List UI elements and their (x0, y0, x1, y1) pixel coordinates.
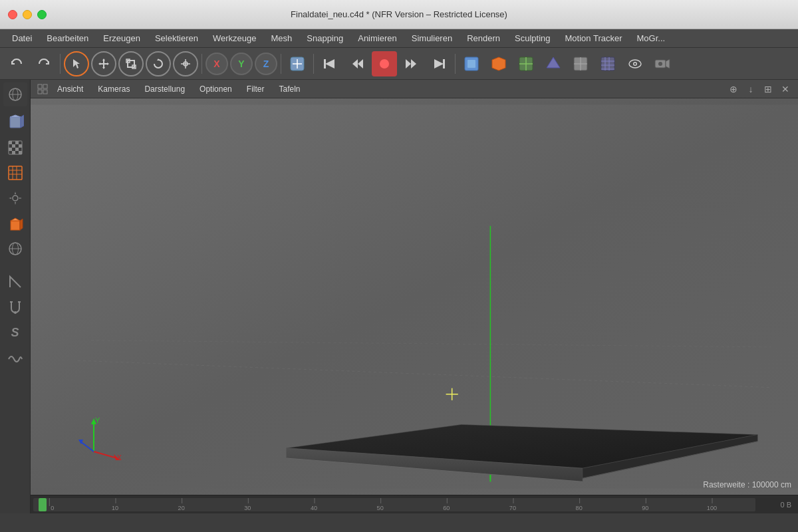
menu-sculpting[interactable]: Sculpting (508, 31, 557, 45)
svg-marker-3 (102, 67, 105, 69)
svg-rect-59 (12, 151, 15, 154)
vp-menu-kameras[interactable]: Kameras (91, 83, 136, 95)
grid-overlay-button[interactable] (595, 51, 620, 76)
undo-button[interactable] (4, 51, 29, 76)
snap-button[interactable] (513, 51, 539, 76)
svg-marker-4 (98, 63, 100, 65)
menu-motion-tracker[interactable]: Motion Tracker (559, 31, 629, 45)
play-back-button[interactable] (317, 51, 342, 76)
svg-point-75 (14, 311, 17, 314)
svg-marker-21 (411, 59, 416, 68)
svg-rect-6 (128, 61, 134, 67)
eye-button[interactable] (622, 51, 648, 76)
svg-point-45 (658, 62, 662, 66)
svg-text:X: X (117, 454, 122, 462)
vp-menu-darstellung[interactable]: Darstellung (138, 83, 192, 95)
svg-text:60: 60 (443, 505, 450, 511)
mode-indicator (3, 82, 27, 106)
sidebar-checker-button[interactable] (3, 136, 27, 160)
camera-button[interactable] (650, 51, 675, 76)
material-button[interactable] (568, 51, 593, 76)
vp-menu-ansicht[interactable]: Ansicht (51, 83, 90, 95)
svg-rect-56 (19, 144, 22, 148)
record-button[interactable] (372, 51, 397, 76)
sidebar-object-button[interactable] (3, 110, 27, 134)
move-tool-button[interactable] (91, 51, 116, 76)
play-forward-button[interactable] (426, 51, 452, 76)
svg-rect-77 (43, 84, 47, 88)
select-tool-button[interactable] (64, 51, 89, 76)
axis-y-button[interactable]: Y (230, 53, 253, 75)
timeline-frame-count: 0 B (755, 501, 795, 509)
menu-mogr[interactable]: MoGr... (630, 31, 672, 45)
svg-text:70: 70 (509, 505, 516, 511)
menu-erzeugen[interactable]: Erzeugen (96, 31, 147, 45)
sidebar-magnet-button[interactable] (3, 295, 27, 319)
menu-snapping[interactable]: Snapping (300, 31, 350, 45)
svg-rect-78 (38, 90, 42, 94)
viewport-layout-icon[interactable]: ⊞ (761, 82, 775, 96)
viewport-close-icon[interactable]: ✕ (778, 82, 793, 96)
polygon-button[interactable] (541, 51, 566, 76)
svg-rect-53 (9, 141, 12, 144)
sidebar-s-button[interactable]: S (3, 321, 27, 344)
svg-text:20: 20 (178, 505, 185, 511)
viewport-move-icon[interactable]: ⊕ (726, 82, 741, 96)
sidebar-sphere-button[interactable] (3, 237, 27, 261)
svg-line-97 (94, 452, 117, 458)
vp-menu-tafeln[interactable]: Tafeln (272, 83, 307, 95)
menu-werkzeuge[interactable]: Werkzeuge (206, 31, 263, 45)
vp-menu-filter[interactable]: Filter (240, 83, 271, 95)
fullscreen-button[interactable] (37, 10, 47, 19)
render-button[interactable] (486, 51, 511, 76)
sidebar-settings-button[interactable] (3, 186, 27, 210)
svg-rect-24 (443, 59, 445, 68)
sidebar-angle-button[interactable] (3, 270, 27, 294)
svg-rect-17 (324, 59, 326, 68)
transform-tool-button[interactable] (173, 51, 198, 76)
viewport-canvas[interactable]: Zentralperspektive (31, 98, 798, 495)
menu-rendern[interactable]: Rendern (460, 31, 507, 45)
rasterweite-label: Rasterweite : 100000 cm (703, 480, 791, 489)
svg-rect-55 (12, 144, 15, 148)
menu-mesh[interactable]: Mesh (264, 31, 299, 45)
menu-bearbeiten[interactable]: Bearbeiten (40, 31, 95, 45)
coord-system-button[interactable] (285, 51, 310, 76)
menu-selektieren[interactable]: Selektieren (148, 31, 205, 45)
menu-animieren[interactable]: Animieren (351, 31, 404, 45)
minimize-button[interactable] (23, 10, 32, 19)
svg-marker-22 (406, 59, 411, 68)
vp-menu-optionen[interactable]: Optionen (193, 83, 239, 95)
axis-z-button[interactable]: Z (255, 53, 277, 75)
svg-point-20 (380, 59, 389, 68)
svg-marker-5 (107, 63, 109, 65)
close-button[interactable] (8, 10, 17, 19)
viewport-grid-icon (36, 82, 49, 96)
step-back-button[interactable] (344, 51, 370, 76)
redo-button[interactable] (31, 51, 57, 76)
perspective-view-button[interactable] (459, 51, 484, 76)
viewport-area: Ansicht Kameras Darstellung Optionen Fil… (31, 80, 798, 513)
sidebar-wave-button[interactable] (3, 346, 27, 370)
window-title: Finaldatei_neu.c4d * (NFR Version – Rest… (291, 9, 507, 19)
svg-text:90: 90 (642, 505, 648, 511)
svg-marker-44 (666, 59, 670, 68)
sidebar-cube-button[interactable] (3, 211, 27, 235)
scale-tool-button[interactable] (118, 51, 144, 76)
viewport-maximize-icon[interactable]: ↓ (743, 82, 758, 96)
svg-point-42 (634, 63, 636, 65)
menu-datei[interactable]: Datei (5, 31, 39, 45)
svg-marker-68 (11, 218, 20, 221)
sidebar-grid-button[interactable] (3, 161, 27, 185)
menu-simulieren[interactable]: Simulieren (405, 31, 459, 45)
scene-svg (31, 98, 798, 495)
svg-marker-23 (434, 59, 444, 68)
step-forward-button[interactable] (399, 51, 424, 76)
svg-rect-79 (43, 90, 47, 94)
axis-x-button[interactable]: X (205, 53, 228, 75)
svg-marker-19 (358, 59, 363, 68)
svg-marker-18 (352, 59, 358, 68)
svg-marker-2 (102, 59, 105, 61)
rotate-tool-button[interactable] (146, 51, 171, 76)
timeline-ruler[interactable]: 0 10 20 30 40 50 60 70 (33, 498, 755, 511)
